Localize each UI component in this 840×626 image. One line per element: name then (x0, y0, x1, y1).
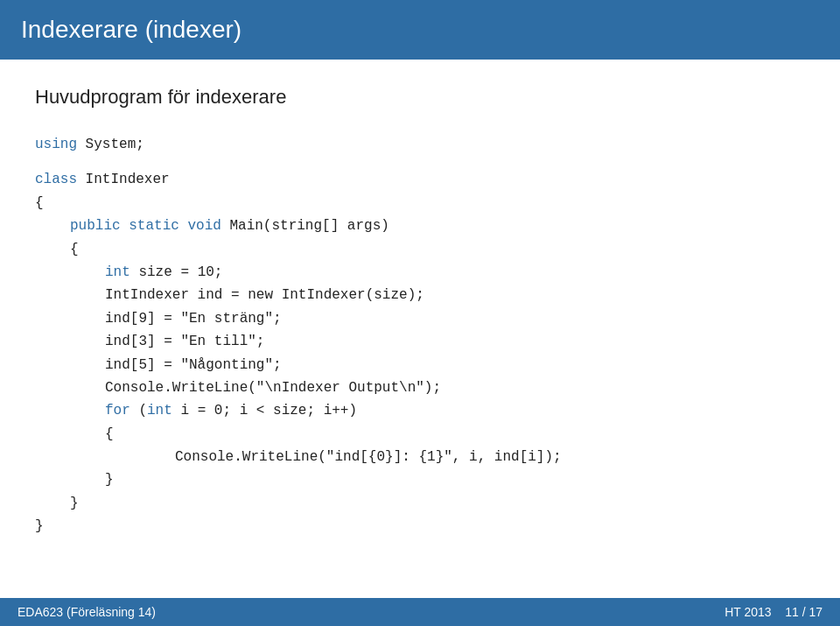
code-line-2: class IntIndexer (35, 168, 805, 191)
code-text-writeline-ind: Console.WriteLine("ind[{0}]: {1}", i, in… (175, 449, 562, 465)
footer-slide: 11 / 17 (785, 605, 822, 619)
main-content: Huvudprogram för indexerare using System… (0, 60, 840, 565)
keyword-int: int (105, 264, 130, 280)
code-line-10: ind[5] = "Någonting"; (35, 354, 805, 376)
code-text-system: System; (77, 137, 144, 152)
code-text-ind-decl: IntIndexer ind = new IntIndexer(size); (105, 287, 424, 303)
section-title: Huvudprogram för indexerare (35, 86, 805, 109)
header-bar: Indexerare (indexer) (0, 0, 840, 60)
code-line-15: } (35, 468, 805, 491)
footer-right: HT 2013 11 / 17 (724, 605, 822, 619)
keyword-int-for: int (147, 403, 172, 419)
code-line-8: ind[9] = "En sträng"; (35, 307, 805, 330)
keyword-void: void (187, 218, 220, 234)
code-line-7: IntIndexer ind = new IntIndexer(size); (35, 284, 805, 306)
keyword-static: static (129, 218, 179, 234)
footer-left: EDA623 (Föreläsning 14) (18, 605, 156, 619)
footer-year: HT 2013 (724, 605, 771, 619)
code-text-size-decl: size = 10; (130, 264, 223, 280)
code-text-for-expr: i = 0; i < size; i++) (172, 403, 357, 419)
code-text-writeline-header: Console.WriteLine("\nIndexer Output\n"); (105, 380, 441, 396)
code-line-14: Console.WriteLine("ind[{0}]: {1}", i, in… (35, 446, 805, 468)
keyword-using: using (35, 137, 77, 152)
code-block: using System; class IntIndexer { public … (35, 133, 805, 538)
code-line-4: public static void Main(string[] args) (35, 215, 805, 237)
code-line-5: { (35, 238, 805, 261)
code-line-3: { (35, 192, 805, 215)
code-line-12: for (int i = 0; i < size; i++) (35, 399, 805, 422)
code-text-ind9: ind[9] = "En sträng"; (105, 311, 282, 327)
code-line-11: Console.WriteLine("\nIndexer Output\n"); (35, 376, 805, 399)
code-brace-open: { (35, 195, 44, 211)
code-brace-close-1: } (105, 472, 114, 488)
code-text-ind5: ind[5] = "Någonting"; (105, 357, 282, 373)
code-brace-close-3: } (35, 518, 44, 534)
code-line-1: using System; (35, 133, 805, 156)
code-line-17: } (35, 515, 805, 538)
code-brace-close-2: } (70, 496, 79, 511)
code-text-main-sig: Main(string[] args) (221, 218, 389, 234)
code-line-9: ind[3] = "En till"; (35, 330, 805, 353)
keyword-class: class (35, 172, 77, 187)
keyword-public: public (70, 218, 121, 234)
code-line-13: { (35, 423, 805, 446)
code-line-6: int size = 10; (35, 261, 805, 284)
code-line-16: } (35, 492, 805, 515)
code-brace-open-2: { (70, 242, 79, 257)
footer-bar: EDA623 (Föreläsning 14) HT 2013 11 / 17 (0, 598, 840, 626)
header-title: Indexerare (indexer) (21, 16, 242, 43)
code-text-ind3: ind[3] = "En till"; (105, 334, 264, 349)
code-brace-open-3: { (105, 426, 114, 442)
keyword-for: for (105, 403, 130, 419)
code-text-class-name: IntIndexer (77, 172, 170, 187)
